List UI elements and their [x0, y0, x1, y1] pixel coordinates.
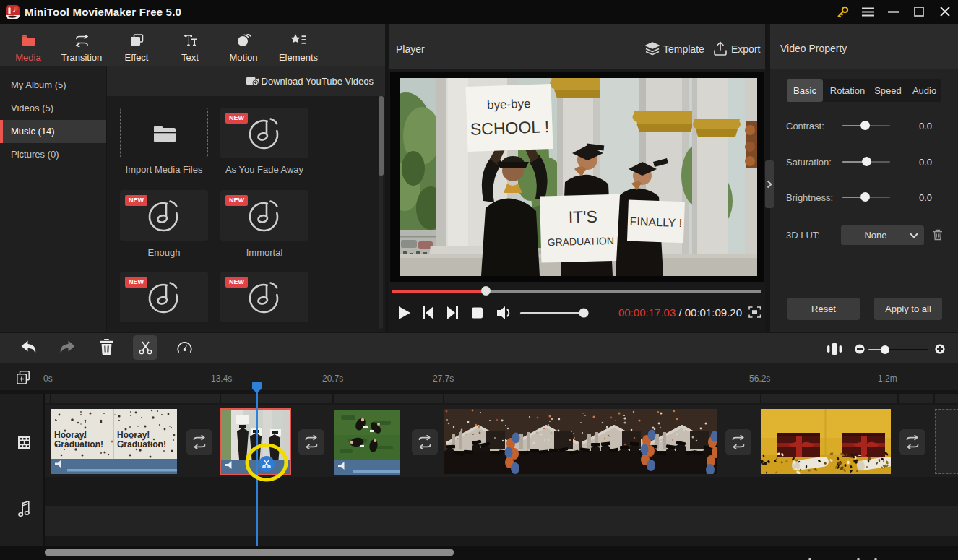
svg-text:FINALLY !: FINALLY ! — [629, 215, 682, 230]
svg-text:Hooray!: Hooray! — [117, 430, 150, 440]
svg-text:Hooray!: Hooray! — [54, 430, 87, 440]
svg-text:GRADUATION !: GRADUATION ! — [547, 235, 619, 249]
svg-text:SCHOOL !: SCHOOL ! — [470, 117, 550, 139]
svg-text:Graduation!: Graduation! — [54, 439, 103, 449]
svg-text:bye-bye: bye-bye — [487, 97, 531, 112]
svg-text:IT'S: IT'S — [568, 207, 597, 227]
svg-text:Graduation!: Graduation! — [117, 439, 166, 449]
